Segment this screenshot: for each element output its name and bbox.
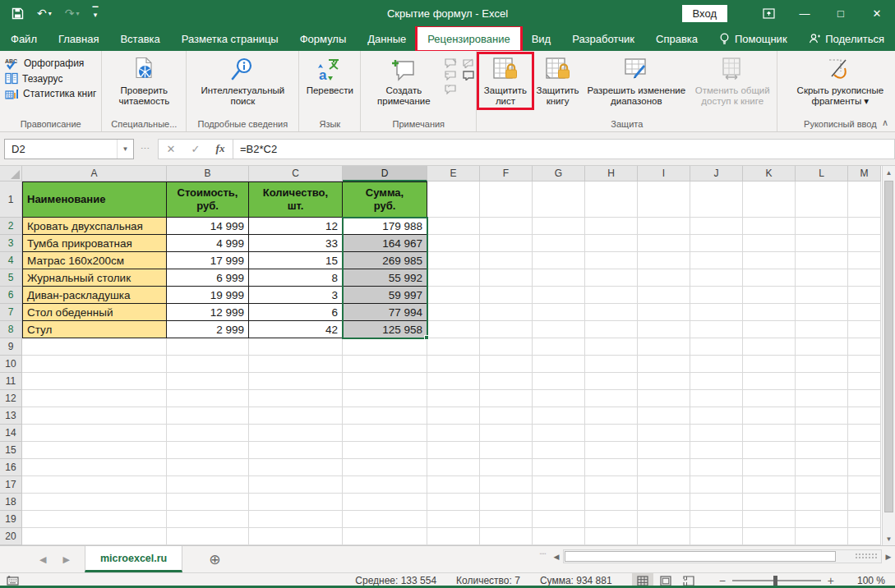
cell-G16[interactable] xyxy=(533,459,585,476)
ribbon-tab-Главная[interactable]: Главная xyxy=(48,26,109,51)
cell-J15[interactable] xyxy=(690,442,743,459)
cell-I1[interactable] xyxy=(638,181,690,218)
cell-A3[interactable]: Тумба прикроватная xyxy=(22,235,167,252)
cell-D16[interactable] xyxy=(343,459,427,476)
cell-M4[interactable] xyxy=(848,252,881,269)
cell-J1[interactable] xyxy=(690,181,743,218)
cell-C6[interactable]: 3 xyxy=(249,287,343,304)
cell-B7[interactable]: 12 999 xyxy=(167,304,249,321)
vscroll-thumb[interactable] xyxy=(884,181,893,512)
cell-E8[interactable] xyxy=(427,321,480,338)
cell-A9[interactable] xyxy=(22,338,167,356)
cell-C19[interactable] xyxy=(249,511,343,528)
cell-F3[interactable] xyxy=(480,235,533,252)
cell-E12[interactable] xyxy=(427,390,480,407)
cell-E7[interactable] xyxy=(427,304,480,321)
cell-B10[interactable] xyxy=(167,356,249,373)
translate-button[interactable]: a Перевести xyxy=(301,53,358,98)
cell-E6[interactable] xyxy=(427,287,480,304)
cell-D1[interactable]: Сумма, руб. xyxy=(343,181,427,218)
ribbon-tab-Разметка страницы[interactable]: Разметка страницы xyxy=(171,26,289,51)
undo-icon[interactable]: ↶▾ xyxy=(37,7,52,20)
workbook-statistics-button[interactable]: 123 Статистика книг xyxy=(5,87,96,99)
cell-K4[interactable] xyxy=(743,252,796,269)
cell-C3[interactable]: 33 xyxy=(249,235,343,252)
cell-B3[interactable]: 4 999 xyxy=(167,235,249,252)
show-hide-comment-icon[interactable] xyxy=(462,71,474,80)
row-header-8[interactable]: 8 xyxy=(0,321,22,338)
cell-I8[interactable] xyxy=(638,321,690,338)
customize-qat-icon[interactable]: ▔▾ xyxy=(93,9,99,17)
cell-A17[interactable] xyxy=(22,476,167,494)
cell-I18[interactable] xyxy=(638,494,690,511)
cell-M11[interactable] xyxy=(848,373,881,390)
cell-C4[interactable]: 15 xyxy=(249,252,343,269)
cell-I9[interactable] xyxy=(638,338,690,356)
cell-B20[interactable] xyxy=(167,528,249,545)
cell-D20[interactable] xyxy=(343,528,427,545)
cell-L8[interactable] xyxy=(796,321,848,338)
row-header-15[interactable]: 15 xyxy=(0,442,22,459)
cell-C13[interactable] xyxy=(249,407,343,425)
close-icon[interactable]: ✕ xyxy=(859,0,895,26)
cell-D17[interactable] xyxy=(343,476,427,494)
cell-G2[interactable] xyxy=(533,218,585,235)
column-header-E[interactable]: E xyxy=(427,166,480,181)
cell-B2[interactable]: 14 999 xyxy=(167,218,249,235)
cell-G19[interactable] xyxy=(533,511,585,528)
cell-D10[interactable] xyxy=(343,356,427,373)
cell-H17[interactable] xyxy=(585,476,638,494)
cell-M10[interactable] xyxy=(848,356,881,373)
cell-M8[interactable] xyxy=(848,321,881,338)
cell-J5[interactable] xyxy=(690,269,743,287)
protect-workbook-button[interactable]: Защитить книгу xyxy=(533,53,584,108)
cell-B19[interactable] xyxy=(167,511,249,528)
cell-M3[interactable] xyxy=(848,235,881,252)
cell-C12[interactable] xyxy=(249,390,343,407)
minimize-icon[interactable]: — xyxy=(787,0,823,26)
cell-B16[interactable] xyxy=(167,459,249,476)
cell-K19[interactable] xyxy=(743,511,796,528)
cell-L3[interactable] xyxy=(796,235,848,252)
cell-D5[interactable]: 55 992 xyxy=(343,269,427,287)
cell-D14[interactable] xyxy=(343,425,427,442)
cell-A13[interactable] xyxy=(22,407,167,425)
cell-L5[interactable] xyxy=(796,269,848,287)
cell-L1[interactable] xyxy=(796,181,848,218)
cell-M5[interactable] xyxy=(848,269,881,287)
cell-K9[interactable] xyxy=(743,338,796,356)
cell-A4[interactable]: Матрас 160x200см xyxy=(22,252,167,269)
cell-B17[interactable] xyxy=(167,476,249,494)
cell-H20[interactable] xyxy=(585,528,638,545)
cell-C1[interactable]: Количество, шт. xyxy=(249,181,343,218)
cell-H2[interactable] xyxy=(585,218,638,235)
cell-A2[interactable]: Кровать двухспальная xyxy=(22,218,167,235)
cell-M17[interactable] xyxy=(848,476,881,494)
cell-H3[interactable] xyxy=(585,235,638,252)
row-header-14[interactable]: 14 xyxy=(0,425,22,442)
cell-I2[interactable] xyxy=(638,218,690,235)
row-header-16[interactable]: 16 xyxy=(0,459,22,476)
cell-H9[interactable] xyxy=(585,338,638,356)
cell-D15[interactable] xyxy=(343,442,427,459)
cell-A16[interactable] xyxy=(22,459,167,476)
save-icon[interactable] xyxy=(12,7,24,20)
cell-F5[interactable] xyxy=(480,269,533,287)
cell-J3[interactable] xyxy=(690,235,743,252)
cell-L14[interactable] xyxy=(796,425,848,442)
cell-C5[interactable]: 8 xyxy=(249,269,343,287)
cell-H11[interactable] xyxy=(585,373,638,390)
cell-M14[interactable] xyxy=(848,425,881,442)
cell-J11[interactable] xyxy=(690,373,743,390)
column-header-F[interactable]: F xyxy=(480,166,533,181)
cell-C10[interactable] xyxy=(249,356,343,373)
cell-E16[interactable] xyxy=(427,459,480,476)
cell-H10[interactable] xyxy=(585,356,638,373)
thesaurus-button[interactable]: Тезаурус xyxy=(5,72,62,85)
cell-L19[interactable] xyxy=(796,511,848,528)
row-header-9[interactable]: 9 xyxy=(0,338,22,356)
cell-B6[interactable]: 19 999 xyxy=(167,287,249,304)
cell-A12[interactable] xyxy=(22,390,167,407)
column-header-A[interactable]: A xyxy=(22,166,167,181)
cell-E2[interactable] xyxy=(427,218,480,235)
